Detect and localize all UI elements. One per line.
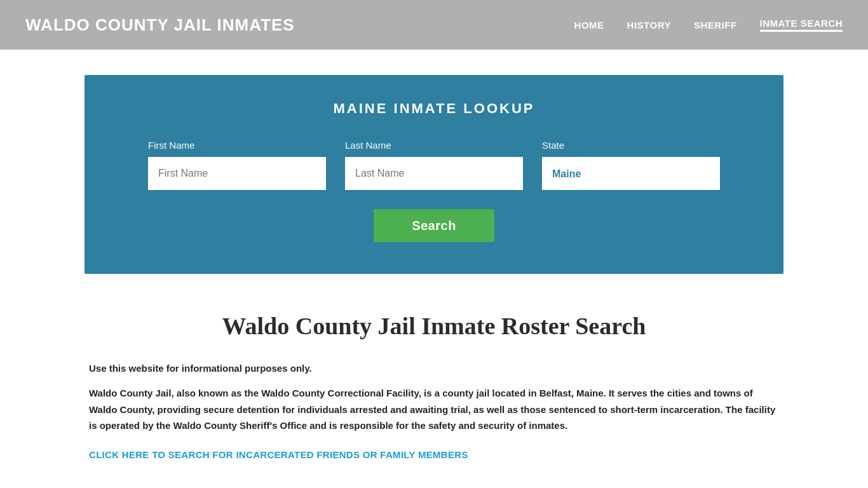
main-content: Waldo County Jail Inmate Roster Search U… (0, 299, 868, 486)
first-name-input[interactable] (148, 157, 326, 190)
first-name-group: First Name (148, 140, 326, 190)
info-disclaimer: Use this website for informational purpo… (89, 363, 779, 374)
search-widget: MAINE INMATE LOOKUP First Name Last Name… (85, 75, 783, 274)
first-name-label: First Name (148, 140, 326, 151)
search-button[interactable]: Search (374, 209, 494, 242)
state-select[interactable]: Maine (542, 157, 720, 190)
nav-history[interactable]: HISTORY (627, 20, 671, 30)
nav-home[interactable]: HOME (574, 20, 604, 30)
search-link[interactable]: CLICK HERE to Search for Incarcerated Fr… (89, 449, 468, 460)
nav-inmate-search[interactable]: INMATE SEARCH (760, 18, 843, 32)
last-name-label: Last Name (345, 140, 523, 151)
state-label: State (542, 140, 720, 151)
info-description: Waldo County Jail, also known as the Wal… (89, 385, 779, 434)
page-title: Waldo County Jail Inmate Roster Search (89, 312, 779, 340)
search-btn-row: Search (123, 209, 745, 242)
site-header: WALDO COUNTY JAIL INMATES HOME HISTORY S… (0, 0, 868, 50)
state-group: State Maine (542, 140, 720, 190)
nav-sheriff[interactable]: SHERIFF (694, 20, 737, 30)
last-name-group: Last Name (345, 140, 523, 190)
main-nav: HOME HISTORY SHERIFF INMATE SEARCH (574, 18, 843, 32)
search-form-row: First Name Last Name State Maine (123, 140, 745, 190)
last-name-input[interactable] (345, 157, 523, 190)
site-title: WALDO COUNTY JAIL INMATES (25, 15, 295, 35)
search-widget-heading: MAINE INMATE LOOKUP (123, 100, 745, 117)
